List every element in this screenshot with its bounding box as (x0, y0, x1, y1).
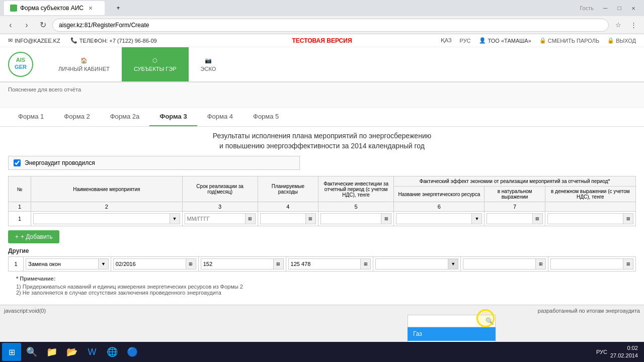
home-icon: 🏠 (80, 57, 88, 64)
row-energy-input[interactable] (375, 258, 448, 269)
money-input-header[interactable] (547, 213, 623, 224)
tab-form1[interactable]: Форма 1 (8, 108, 54, 126)
taskbar-search-icon: 🔍 (26, 346, 37, 357)
row-name-cell: ▼ (24, 257, 111, 272)
row-planned-btn[interactable]: ⊞ (274, 258, 284, 269)
taskbar-chrome-btn[interactable]: 🔵 (123, 343, 142, 361)
esko-icon: 📷 (205, 57, 212, 64)
col-num-3: 3 (182, 202, 258, 212)
add-row-button[interactable]: + + Добавить (8, 230, 59, 243)
back-button[interactable]: ‹ (4, 19, 17, 32)
tab-form3[interactable]: Форма 3 (149, 108, 197, 126)
notes-section: * Примечание: 1) Придерживаться названий… (8, 272, 636, 300)
row-money-btn[interactable]: ⊞ (623, 258, 633, 269)
forward-button[interactable]: › (20, 19, 33, 32)
main-nav: AIS GER 🏠 ЛИЧНЫЙ КАБИНЕТ ⬡ СУБЪЕКТЫ ГЭР … (0, 47, 644, 82)
row-invest-btn[interactable]: ⊞ (361, 258, 371, 269)
browser-tab[interactable]: Форма субъектов АИС × (4, 1, 105, 15)
tab-form2a[interactable]: Форма 2а (100, 108, 150, 126)
phone-text: ТЕЛЕФОН: +7 (7122) 96-86-09 (79, 38, 157, 44)
tab-form5[interactable]: Форма 5 (243, 108, 289, 126)
table-row: 1 ▼ ⊞ (9, 257, 636, 272)
row-name-input[interactable] (26, 258, 99, 269)
maximize-button[interactable]: □ (613, 2, 626, 15)
tab-close-button[interactable]: × (89, 4, 93, 12)
extensions-area: ☆ ⋮ (612, 19, 640, 32)
row-money-cell: ⊞ (548, 257, 636, 272)
tab-form2[interactable]: Форма 2 (54, 108, 100, 126)
audit-checkbox-label: Энергоаудит проводился (25, 159, 95, 166)
page-title-line1: Результаты исполнения плана мероприятий … (8, 132, 636, 140)
info-bar-right: ҚАЗ РУС 👤 ТОО «ТАМАША» 🔒 СМЕНИТЬ ПАРОЛЬ … (441, 37, 636, 44)
phone-link[interactable]: 📞 ТЕЛЕФОН: +7 (7122) 96-86-09 (70, 37, 157, 44)
taskbar-folder-btn[interactable]: 📂 (62, 343, 82, 361)
lang-kaz[interactable]: ҚАЗ (441, 37, 452, 44)
th-natural: в натуральном выражении (485, 187, 545, 202)
settings-button[interactable]: ⋮ (627, 19, 640, 32)
nav-esko[interactable]: 📷 ЭСКО (189, 47, 228, 81)
row-natural-cell: ⊞ (461, 257, 548, 272)
reload-button[interactable]: ↻ (36, 19, 49, 32)
row-date-input[interactable] (113, 258, 186, 269)
money-btn[interactable]: ⊞ (623, 213, 633, 224)
th-planned: Планируемые расходы (258, 176, 318, 202)
page-content: Результаты исполнения плана мероприятий … (0, 127, 644, 305)
taskbar: ⊞ 🔍 📁 📂 W 🌐 🔵 РУС 0:02 27.02.2014 (0, 342, 644, 362)
date-btn[interactable]: ⊞ (246, 213, 256, 224)
change-password-link[interactable]: 🔒 СМЕНИТЬ ПАРОЛЬ (539, 37, 599, 44)
taskbar-file-btn[interactable]: 📁 (42, 343, 61, 361)
planned-input-header[interactable] (260, 213, 306, 224)
nav-items: 🏠 ЛИЧНЫЙ КАБИНЕТ ⬡ СУБЪЕКТЫ ГЭР 📷 ЭСКО (46, 47, 228, 81)
invest-input-header[interactable] (320, 213, 381, 224)
row-money-input[interactable] (550, 258, 623, 269)
planned-btn[interactable]: ⊞ (306, 213, 316, 224)
dropdown-item-1[interactable]: Теплоэнергия (408, 341, 496, 342)
taskbar-search-btn[interactable]: 🔍 (22, 343, 41, 361)
tab-form4[interactable]: Форма 4 (197, 108, 243, 126)
close-button[interactable]: × (627, 2, 640, 15)
row-natural-input[interactable] (463, 258, 536, 269)
taskbar-word-btn[interactable]: W (83, 343, 102, 361)
browser-nav-bar: ‹ › ↻ ☆ ⋮ (0, 16, 644, 34)
row-name-dropdown-btn[interactable]: ▼ (99, 258, 109, 269)
row-energy-dropdown-btn[interactable]: ▼ (448, 258, 458, 269)
start-button[interactable]: ⊞ (2, 343, 21, 361)
new-tab-button[interactable]: + (111, 3, 126, 14)
row-date-btn[interactable]: ⊞ (186, 258, 196, 269)
company-text: ТОО «ТАМАША» (488, 38, 531, 44)
date-display: 27.02.2014 (610, 352, 638, 359)
lang-rus[interactable]: РУС (460, 38, 471, 44)
taskbar-browser-btn[interactable]: 🌐 (103, 343, 122, 361)
guest-label: Гость (576, 5, 598, 11)
email-icon: ✉ (8, 37, 13, 44)
name-input-header[interactable] (33, 213, 170, 224)
status-right: разработанный по итогам энергоаудита (538, 308, 640, 314)
dropdown-search-input[interactable] (410, 318, 486, 325)
nav-subjects[interactable]: ⬡ СУБЪЕКТЫ ГЭР (122, 47, 189, 81)
date-input-header[interactable] (185, 213, 246, 224)
audit-checkbox-row: Энергоаудит проводился (8, 156, 636, 170)
row-invest-input[interactable] (288, 258, 361, 269)
browser-title-bar: Форма субъектов АИС × + Гость ─ □ × (0, 0, 644, 16)
email-link[interactable]: ✉ INFO@KAZEE.KZ (8, 37, 60, 44)
address-bar[interactable] (52, 19, 609, 32)
natural-btn[interactable]: ⊞ (533, 213, 543, 224)
nav-personal-cabinet[interactable]: 🏠 ЛИЧНЫЙ КАБИНЕТ (46, 47, 122, 81)
audit-checkbox[interactable] (14, 159, 21, 166)
minimize-button[interactable]: ─ (599, 2, 612, 15)
natural-input-header[interactable] (487, 213, 532, 224)
name-dropdown-btn[interactable]: ▼ (170, 213, 180, 224)
th-num: № (9, 176, 31, 202)
dropdown-item-0[interactable]: Газ (408, 327, 496, 341)
taskbar-right: РУС 0:02 27.02.2014 (596, 344, 642, 360)
taskbar-word-icon: W (88, 347, 97, 357)
status-text: javascript:void(0) (4, 308, 46, 314)
invest-btn[interactable]: ⊞ (381, 213, 391, 224)
logout-link[interactable]: 🔒 ВЫХОД (607, 37, 636, 44)
energy-input-header[interactable] (396, 213, 472, 224)
row-planned-input[interactable] (201, 258, 274, 269)
energy-dropdown-btn-header[interactable]: ▼ (472, 213, 482, 224)
tab-title: Форма субъектов АИС (20, 5, 84, 12)
bookmark-button[interactable]: ☆ (612, 19, 625, 32)
row-natural-btn[interactable]: ⊞ (536, 258, 546, 269)
